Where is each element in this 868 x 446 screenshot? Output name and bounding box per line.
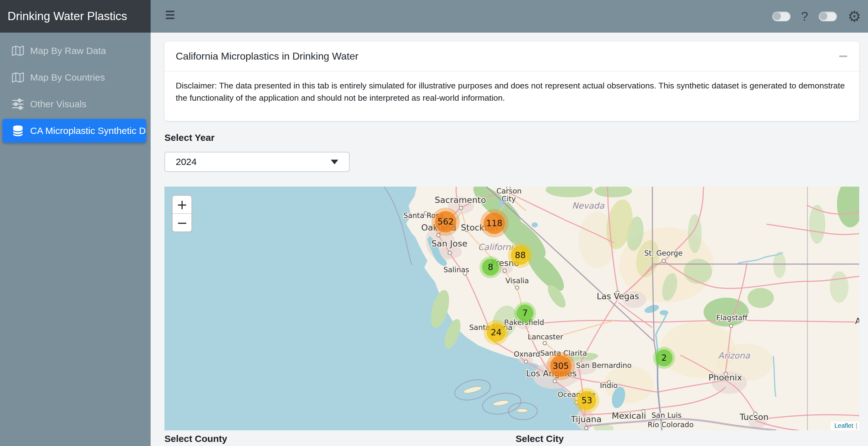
map-city-label: Mexicali — [612, 411, 646, 421]
map-zoom-control: + − — [172, 195, 192, 232]
map-city-label: Carson — [496, 187, 522, 195]
select-year-label: Select Year — [164, 132, 215, 143]
attribution-separator: | — [856, 422, 857, 429]
map-icon — [11, 44, 30, 57]
gear-icon[interactable]: ⚙ — [847, 9, 861, 24]
map-cluster-24[interactable]: 24 — [484, 320, 509, 345]
top-navbar: ? ⚙ — [151, 0, 868, 33]
map-city-dot — [448, 251, 452, 255]
app-title: Drinking Water Plastics — [0, 0, 151, 33]
map-cluster-7[interactable]: 7 — [514, 302, 536, 324]
map-city-label: Tijuana — [570, 414, 601, 424]
cluster-count: 24 — [491, 327, 501, 337]
map-city-label: Phoenix — [708, 373, 742, 382]
map-city-label: Indio — [600, 381, 618, 389]
sidebar: Drinking Water Plastics Map By Raw Data … — [0, 0, 151, 446]
hamburger-icon[interactable] — [166, 11, 175, 21]
cluster-count: 7 — [522, 308, 528, 318]
help-icon[interactable]: ? — [801, 9, 808, 24]
sidebar-item-map-by-raw-data[interactable]: Map By Raw Data — [2, 39, 147, 63]
map-city-label: St. George — [644, 249, 683, 257]
map-city-label: San Jose — [432, 239, 468, 248]
card-title: California Microplastics in Drinking Wat… — [176, 51, 838, 62]
info-card: California Microplastics in Drinking Wat… — [164, 41, 859, 121]
map-city-label: San Luis — [651, 411, 682, 419]
map-city-label: Salinas — [443, 266, 469, 274]
map-city-label: San Bernardino — [576, 361, 632, 370]
cluster-count: 562 — [437, 217, 454, 226]
cluster-count: 8 — [488, 262, 493, 272]
map-city-dot — [662, 259, 665, 263]
cluster-count: 2 — [661, 353, 666, 362]
map-city-label: City — [501, 195, 516, 203]
map-city-dot — [585, 426, 588, 430]
cluster-count: 88 — [515, 250, 526, 260]
map-city-dot — [730, 324, 733, 328]
sidebar-item-label: Map By Raw Data — [30, 45, 106, 56]
map-cluster-305[interactable]: 305 — [547, 352, 575, 380]
sidebar-item-ca-microplastic[interactable]: CA Microplastic Synthetic Data — [2, 119, 146, 143]
select-county-label: Select County — [164, 434, 227, 444]
right-toggle[interactable] — [819, 11, 837, 21]
sidebar-menu: Map By Raw Data Map By Countries Oth — [0, 33, 151, 143]
year-select[interactable]: 2024 — [164, 152, 349, 172]
leaflet-link[interactable]: Leaflet — [834, 422, 853, 429]
year-select-value: 2024 — [176, 157, 197, 167]
map-cluster-88[interactable]: 88 — [508, 243, 533, 268]
sidebar-item-label: Map By Countries — [30, 72, 105, 83]
map-city-dot — [553, 380, 557, 383]
map-icon — [11, 71, 30, 84]
map-cluster-2[interactable]: 2 — [653, 347, 675, 369]
map-city-dot — [516, 286, 519, 289]
map-city-label: Tucson — [739, 412, 769, 422]
map-city-dot — [503, 269, 506, 273]
disclaimer-text: Disclaimer: The data presented in this t… — [164, 71, 859, 104]
map-city-label: Visalia — [505, 277, 529, 285]
map-cluster-53[interactable]: 53 — [574, 388, 599, 413]
zoom-in-button[interactable]: + — [173, 196, 191, 213]
minus-icon[interactable] — [838, 52, 848, 61]
map-city-label: Río Colorado — [648, 421, 694, 429]
map-city-label: Las Vegas — [597, 291, 639, 301]
zoom-out-button[interactable]: − — [173, 214, 191, 231]
chevron-down-icon — [331, 160, 338, 164]
main-content: California Microplastics in Drinking Wat… — [151, 33, 868, 446]
sidebar-item-map-by-countries[interactable]: Map By Countries — [2, 66, 147, 89]
map-cluster-8[interactable]: 8 — [479, 256, 501, 278]
map-city-dot — [543, 342, 547, 345]
map-city-label: Flagstaff — [716, 314, 747, 322]
sidebar-item-label: Other Visuals — [30, 99, 87, 109]
map-city-label: Oxnard — [514, 350, 540, 358]
leaflet-map[interactable]: NevadaCaliforniaArizonaSacramentoCarsonC… — [164, 187, 859, 430]
cluster-count: 118 — [486, 218, 502, 228]
map-region-label: Nevada — [572, 201, 604, 211]
sidebar-item-label: CA Microplastic Synthetic Data — [30, 125, 146, 136]
map-cluster-562[interactable]: 562 — [432, 208, 460, 236]
map-city-dot — [524, 360, 528, 363]
left-toggle[interactable] — [772, 11, 790, 21]
map-region-label: Arizona — [718, 351, 750, 360]
map-canvas: NevadaCaliforniaArizonaSacramentoCarsonC… — [164, 187, 859, 430]
database-icon — [11, 125, 30, 137]
select-city-label: Select City — [516, 434, 564, 444]
map-city-label: A — [855, 316, 859, 326]
map-cluster-118[interactable]: 118 — [480, 209, 508, 237]
cluster-count: 53 — [582, 395, 592, 405]
map-city-label: Lancaster — [528, 333, 563, 341]
map-attribution: Leaflet| — [831, 421, 859, 430]
cluster-count: 305 — [553, 361, 569, 371]
map-city-dot — [459, 206, 463, 210]
sidebar-item-other-visuals[interactable]: Other Visuals — [2, 92, 147, 116]
map-city-label: Sacramento — [435, 195, 486, 205]
card-header: California Microplastics in Drinking Wat… — [164, 41, 859, 71]
sliders-icon — [11, 98, 30, 110]
